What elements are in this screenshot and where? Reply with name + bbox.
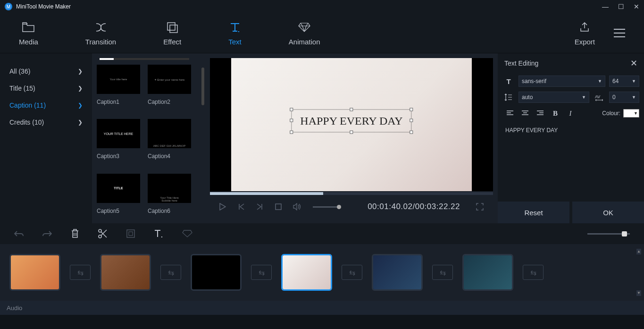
timeline-clip-6[interactable] (462, 254, 513, 291)
text-editing-panel: Text Editing ✕ T sans-serif▼ 64▼ auto▼ A… (498, 53, 644, 223)
horizontal-scrollbar[interactable] (100, 58, 189, 60)
ok-button[interactable]: OK (572, 202, 644, 223)
timeline-clip-5[interactable] (372, 254, 423, 291)
volume-slider[interactable] (313, 206, 339, 208)
caption-thumb-3[interactable]: YOUR TITLE HERECaption3 (97, 119, 140, 166)
chevron-right-icon: ❯ (78, 119, 83, 126)
timeline-clip-2[interactable] (100, 254, 151, 291)
category-sidebar: All (36)❯ Title (15)❯ Caption (11)❯ Cred… (0, 53, 92, 223)
preview-canvas[interactable]: HAPPY EVERY DAY (210, 58, 493, 191)
fullscreen-button[interactable] (476, 203, 484, 211)
caption-thumbnails: Your title hereCaption1 ✦ Enter your nam… (92, 53, 205, 223)
timeline-vertical-scrollbar[interactable]: ▲▼ (636, 249, 641, 296)
svg-rect-7 (129, 232, 133, 236)
caption-thumb-4[interactable]: ABC DEF GHI JKLMNOPCaption4 (148, 119, 191, 166)
nav-text[interactable]: Text (228, 21, 242, 46)
resize-handle[interactable] (350, 108, 353, 111)
bold-button[interactable]: B (548, 107, 563, 119)
resize-handle[interactable] (290, 108, 293, 111)
cat-caption[interactable]: Caption (11)❯ (0, 97, 92, 114)
caption-thumb-6[interactable]: Your Title HereSubtitle hereCaption6 (148, 174, 191, 220)
stop-button[interactable] (275, 203, 282, 210)
caption-thumb-1[interactable]: Your title hereCaption1 (97, 65, 140, 111)
transition-icon (94, 21, 108, 34)
text-content-input[interactable] (502, 124, 639, 199)
nav-media[interactable]: Media (19, 21, 38, 46)
caption-thumb-2-label: Caption2 (148, 99, 191, 105)
caption-thumb-2[interactable]: ✦ Enter your name hereCaption2 (148, 65, 191, 111)
redo-button[interactable] (42, 230, 52, 237)
line-height-select[interactable]: auto▼ (519, 92, 589, 103)
timeline-clip-3[interactable] (191, 254, 242, 291)
resize-handle[interactable] (290, 130, 293, 134)
resize-handle[interactable] (410, 108, 413, 111)
resize-handle[interactable] (290, 119, 293, 122)
reset-button[interactable]: Reset (498, 202, 569, 223)
cat-all[interactable]: All (36)❯ (0, 63, 92, 80)
next-frame-button[interactable] (256, 203, 264, 211)
text-tool-button[interactable] (154, 229, 163, 238)
align-center-button[interactable] (518, 107, 533, 119)
effect-tool-button[interactable] (182, 230, 192, 237)
caption-thumb-3-label: Caption3 (97, 153, 140, 160)
nav-transition[interactable]: Transition (85, 21, 116, 46)
nav-transition-label: Transition (85, 38, 116, 46)
nav-effect[interactable]: Effect (163, 21, 181, 46)
caption-thumb-6-label: Caption6 (148, 208, 191, 214)
cat-caption-label: Caption (11) (9, 101, 46, 109)
transition-slot[interactable]: ⇆ (70, 265, 91, 280)
volume-button[interactable] (293, 203, 301, 211)
menu-button[interactable] (614, 29, 625, 37)
resize-handle[interactable] (410, 119, 413, 122)
font-icon: T (502, 75, 515, 87)
svg-text:AV: AV (595, 94, 600, 99)
timeline-clip-1[interactable] (9, 254, 60, 291)
transition-slot[interactable]: ⇆ (432, 265, 453, 280)
kerning-icon: AV (593, 91, 605, 103)
main-area: All (36)❯ Title (15)❯ Caption (11)❯ Cred… (0, 53, 644, 223)
transition-slot[interactable]: ⇆ (342, 265, 362, 280)
align-left-button[interactable] (502, 107, 518, 119)
undo-button[interactable] (14, 230, 24, 237)
kerning-select[interactable]: 0▼ (609, 92, 639, 103)
font-family-select[interactable]: sans-serif▼ (519, 76, 605, 87)
resize-handle[interactable] (410, 130, 413, 134)
zoom-slider[interactable] (587, 233, 630, 235)
align-right-button[interactable] (533, 107, 548, 119)
transition-slot[interactable]: ⇆ (251, 265, 272, 280)
chevron-right-icon: ❯ (78, 85, 83, 92)
transition-slot[interactable]: ⇆ (523, 265, 544, 280)
font-size-select[interactable]: 64▼ (609, 76, 639, 87)
diamond-icon (298, 21, 311, 34)
cat-title[interactable]: Title (15)❯ (0, 80, 92, 97)
playback-controls: 00:01:40.02/00:03:22.22 (210, 195, 493, 219)
caption-thumb-1-label: Caption1 (97, 99, 140, 105)
maximize-button[interactable]: ☐ (618, 3, 624, 10)
nav-animation[interactable]: Animation (289, 21, 320, 46)
panel-close-button[interactable]: ✕ (630, 58, 637, 68)
caption-thumb-5[interactable]: TITLECaption5 (97, 174, 140, 220)
progress-bar[interactable] (210, 192, 493, 195)
resize-handle[interactable] (350, 130, 353, 134)
nav-export[interactable]: Export (575, 21, 595, 46)
cat-all-label: All (36) (9, 67, 30, 75)
cat-credits[interactable]: Credits (10)❯ (0, 114, 92, 131)
italic-button[interactable]: I (563, 107, 578, 119)
play-button[interactable] (219, 203, 226, 211)
split-button[interactable] (98, 229, 108, 238)
timeline: ⇆ ⇆ ⇆ ⇆ ⇆ ⇆ ▲▼ (0, 244, 644, 301)
vertical-scrollbar[interactable] (201, 67, 204, 105)
nav-effect-label: Effect (163, 38, 181, 46)
transition-slot[interactable]: ⇆ (160, 265, 181, 280)
prev-frame-button[interactable] (237, 203, 245, 211)
nav-media-label: Media (19, 38, 38, 46)
delete-button[interactable] (71, 229, 79, 238)
colour-picker[interactable]: ▼ (623, 109, 639, 118)
minimize-button[interactable]: — (602, 3, 609, 10)
text-overlay-box[interactable]: HAPPY EVERY DAY (291, 109, 411, 132)
svg-rect-0 (167, 23, 175, 30)
timeline-clip-4[interactable] (281, 254, 332, 291)
close-button[interactable]: ✕ (634, 3, 639, 10)
audio-track[interactable]: Audio (0, 301, 644, 315)
crop-button[interactable] (126, 229, 135, 238)
